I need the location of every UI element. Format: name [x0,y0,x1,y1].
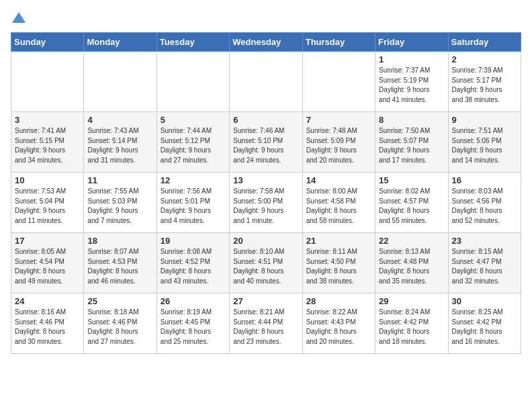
day-info: Sunrise: 7:58 AM Sunset: 5:00 PM Dayligh… [233,187,298,226]
calendar-cell: 7Sunrise: 7:48 AM Sunset: 5:09 PM Daylig… [302,112,375,173]
day-number: 14 [306,175,371,185]
day-info: Sunrise: 8:11 AM Sunset: 4:50 PM Dayligh… [306,247,371,286]
day-info: Sunrise: 8:16 AM Sunset: 4:46 PM Dayligh… [15,308,80,347]
day-number: 17 [15,236,80,246]
week-row-1: 1Sunrise: 7:37 AM Sunset: 5:19 PM Daylig… [11,52,521,112]
calendar-cell: 13Sunrise: 7:58 AM Sunset: 5:00 PM Dayli… [230,173,302,233]
day-number: 12 [161,175,226,185]
calendar-cell: 4Sunrise: 7:43 AM Sunset: 5:14 PM Daylig… [84,112,157,173]
calendar-table: SundayMondayTuesdayWednesdayThursdayFrid… [11,32,521,354]
day-info: Sunrise: 8:25 AM Sunset: 4:42 PM Dayligh… [452,308,517,347]
day-number: 11 [87,175,152,185]
calendar-cell: 28Sunrise: 8:22 AM Sunset: 4:43 PM Dayli… [302,293,375,354]
day-header-tuesday: Tuesday [157,33,229,52]
page-header [11,11,521,27]
day-number: 16 [452,175,517,185]
day-number: 6 [233,115,298,125]
calendar-cell [11,52,84,112]
calendar-cell: 19Sunrise: 8:08 AM Sunset: 4:52 PM Dayli… [157,233,229,293]
calendar-cell: 20Sunrise: 8:10 AM Sunset: 4:51 PM Dayli… [230,233,302,293]
day-info: Sunrise: 7:56 AM Sunset: 5:01 PM Dayligh… [161,187,226,226]
calendar-cell: 2Sunrise: 7:39 AM Sunset: 5:17 PM Daylig… [448,52,521,112]
day-number: 4 [87,115,152,125]
calendar-cell [84,52,157,112]
calendar-cell: 9Sunrise: 7:51 AM Sunset: 5:06 PM Daylig… [448,112,521,173]
week-row-5: 24Sunrise: 8:16 AM Sunset: 4:46 PM Dayli… [11,293,521,354]
day-number: 1 [379,54,444,64]
calendar-cell: 18Sunrise: 8:07 AM Sunset: 4:53 PM Dayli… [84,233,157,293]
day-info: Sunrise: 8:07 AM Sunset: 4:53 PM Dayligh… [87,247,152,286]
day-info: Sunrise: 7:39 AM Sunset: 5:17 PM Dayligh… [452,66,517,105]
calendar-cell: 22Sunrise: 8:13 AM Sunset: 4:48 PM Dayli… [375,233,448,293]
logo-icon [11,11,27,27]
calendar-cell: 10Sunrise: 7:53 AM Sunset: 5:04 PM Dayli… [11,173,84,233]
calendar-cell: 23Sunrise: 8:15 AM Sunset: 4:47 PM Dayli… [448,233,521,293]
day-header-thursday: Thursday [302,33,375,52]
calendar-cell: 8Sunrise: 7:50 AM Sunset: 5:07 PM Daylig… [375,112,448,173]
week-row-4: 17Sunrise: 8:05 AM Sunset: 4:54 PM Dayli… [11,233,521,293]
day-number: 28 [306,296,371,306]
day-info: Sunrise: 8:05 AM Sunset: 4:54 PM Dayligh… [15,247,80,286]
calendar-cell [230,52,302,112]
day-number: 26 [161,296,226,306]
day-info: Sunrise: 7:53 AM Sunset: 5:04 PM Dayligh… [15,187,80,226]
day-number: 23 [452,236,517,246]
calendar-cell: 15Sunrise: 8:02 AM Sunset: 4:57 PM Dayli… [375,173,448,233]
day-info: Sunrise: 8:21 AM Sunset: 4:44 PM Dayligh… [233,308,298,347]
day-number: 30 [452,296,517,306]
calendar-cell: 5Sunrise: 7:44 AM Sunset: 5:12 PM Daylig… [157,112,229,173]
calendar-cell: 24Sunrise: 8:16 AM Sunset: 4:46 PM Dayli… [11,293,84,354]
day-info: Sunrise: 7:41 AM Sunset: 5:15 PM Dayligh… [15,126,80,165]
day-number: 8 [379,115,444,125]
day-info: Sunrise: 8:13 AM Sunset: 4:48 PM Dayligh… [379,247,444,286]
logo [11,11,30,27]
calendar-cell [302,52,375,112]
day-header-sunday: Sunday [11,33,84,52]
calendar-cell: 26Sunrise: 8:19 AM Sunset: 4:45 PM Dayli… [157,293,229,354]
day-number: 24 [15,296,80,306]
day-number: 5 [161,115,226,125]
day-info: Sunrise: 7:43 AM Sunset: 5:14 PM Dayligh… [87,126,152,165]
day-info: Sunrise: 8:24 AM Sunset: 4:42 PM Dayligh… [379,308,444,347]
calendar-cell: 11Sunrise: 7:55 AM Sunset: 5:03 PM Dayli… [84,173,157,233]
day-info: Sunrise: 8:02 AM Sunset: 4:57 PM Dayligh… [379,187,444,226]
day-info: Sunrise: 8:19 AM Sunset: 4:45 PM Dayligh… [161,308,226,347]
calendar-cell: 30Sunrise: 8:25 AM Sunset: 4:42 PM Dayli… [448,293,521,354]
day-info: Sunrise: 8:10 AM Sunset: 4:51 PM Dayligh… [233,247,298,286]
calendar-cell: 14Sunrise: 8:00 AM Sunset: 4:58 PM Dayli… [302,173,375,233]
day-number: 15 [379,175,444,185]
day-info: Sunrise: 7:51 AM Sunset: 5:06 PM Dayligh… [452,126,517,165]
day-number: 9 [452,115,517,125]
day-info: Sunrise: 8:03 AM Sunset: 4:56 PM Dayligh… [452,187,517,226]
day-number: 22 [379,236,444,246]
day-number: 3 [15,115,80,125]
day-header-wednesday: Wednesday [230,33,302,52]
day-info: Sunrise: 7:50 AM Sunset: 5:07 PM Dayligh… [379,126,444,165]
day-number: 20 [233,236,298,246]
day-info: Sunrise: 8:00 AM Sunset: 4:58 PM Dayligh… [306,187,371,226]
day-info: Sunrise: 7:48 AM Sunset: 5:09 PM Dayligh… [306,126,371,165]
day-number: 10 [15,175,80,185]
day-header-friday: Friday [375,33,448,52]
day-header-saturday: Saturday [448,33,521,52]
calendar-cell: 1Sunrise: 7:37 AM Sunset: 5:19 PM Daylig… [375,52,448,112]
day-header-monday: Monday [84,33,157,52]
day-number: 21 [306,236,371,246]
day-number: 2 [452,54,517,64]
day-info: Sunrise: 7:37 AM Sunset: 5:19 PM Dayligh… [379,66,444,105]
calendar-cell: 6Sunrise: 7:46 AM Sunset: 5:10 PM Daylig… [230,112,302,173]
calendar-cell: 25Sunrise: 8:18 AM Sunset: 4:46 PM Dayli… [84,293,157,354]
calendar-cell [157,52,229,112]
day-info: Sunrise: 7:46 AM Sunset: 5:10 PM Dayligh… [233,126,298,165]
calendar-header-row: SundayMondayTuesdayWednesdayThursdayFrid… [11,33,521,52]
day-number: 25 [87,296,152,306]
day-info: Sunrise: 8:08 AM Sunset: 4:52 PM Dayligh… [161,247,226,286]
calendar-cell: 29Sunrise: 8:24 AM Sunset: 4:42 PM Dayli… [375,293,448,354]
week-row-3: 10Sunrise: 7:53 AM Sunset: 5:04 PM Dayli… [11,173,521,233]
calendar-cell: 16Sunrise: 8:03 AM Sunset: 4:56 PM Dayli… [448,173,521,233]
calendar-cell: 3Sunrise: 7:41 AM Sunset: 5:15 PM Daylig… [11,112,84,173]
day-number: 19 [161,236,226,246]
day-number: 7 [306,115,371,125]
calendar-cell: 17Sunrise: 8:05 AM Sunset: 4:54 PM Dayli… [11,233,84,293]
day-info: Sunrise: 8:18 AM Sunset: 4:46 PM Dayligh… [87,308,152,347]
